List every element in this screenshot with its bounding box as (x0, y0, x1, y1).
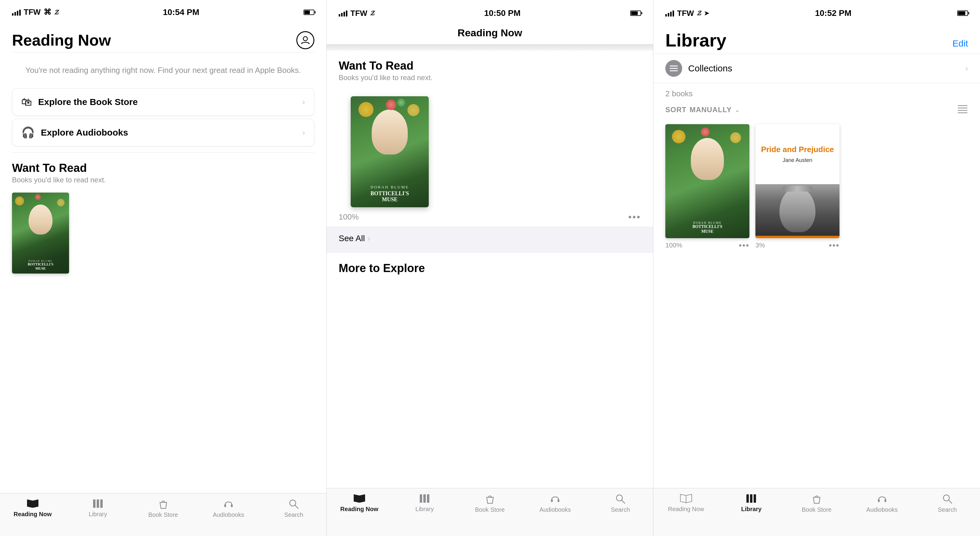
top-scroll-shadow (327, 44, 653, 51)
tab-bookstore-3[interactable]: Book Store (784, 493, 850, 513)
pride-more[interactable]: ••• (829, 241, 840, 250)
more-dots-2[interactable]: ••• (628, 211, 641, 222)
see-all-row[interactable]: See All › (327, 227, 653, 250)
chevron-right-icon-2: › (302, 128, 305, 137)
tab-search-3[interactable]: Search (915, 493, 980, 513)
svg-rect-25 (878, 499, 880, 502)
botticelli-book-large[interactable]: DORAH BLUME BOTTICELLI'SMUSE (351, 96, 429, 207)
want-to-read-section-1: Want To Read Books you'd like to read ne… (0, 153, 326, 187)
tab-label-ab-3: Audiobooks (866, 506, 898, 513)
tab-search-2[interactable]: Search (588, 493, 653, 513)
botticelli-book-1[interactable]: DORAH BLUME BOTTICELLI'SMUSE (12, 193, 69, 274)
battery-icon-1 (304, 10, 314, 15)
section-gap-2 (327, 250, 653, 253)
svg-rect-2 (97, 500, 99, 508)
tab-reading-now-3[interactable]: Reading Now (653, 493, 719, 512)
progress-text-2: 100% (339, 212, 359, 222)
collections-row[interactable]: Collections › (653, 54, 980, 83)
bag-icon-1: 🛍 (21, 96, 32, 108)
tab-bookstore-2[interactable]: Book Store (457, 493, 522, 513)
tab-label-bs-2: Book Store (475, 506, 505, 513)
sort-chevron-icon[interactable]: ⌄ (735, 106, 740, 113)
explore-bookstore-button[interactable]: 🛍 Explore the Book Store › (12, 88, 314, 116)
tab-reading-now-1[interactable]: Reading Now (0, 498, 65, 518)
time-1: 10:54 PM (163, 8, 199, 17)
botticelli-percent: 100% (665, 241, 682, 249)
panel2-content: Want To Read Books you'd like to read ne… (327, 44, 653, 488)
tab-library-3[interactable]: Library (719, 493, 784, 512)
signal-icon-3 (665, 10, 674, 16)
tab-library-2[interactable]: Library (392, 493, 457, 512)
svg-rect-10 (427, 494, 430, 503)
tab-search-1[interactable]: Search (261, 498, 326, 518)
status-bar-right-3 (957, 11, 968, 16)
botticelli-progress-row: 100% ••• (665, 241, 749, 250)
collections-chevron: › (965, 63, 968, 73)
tab-audiobooks-1[interactable]: Audiobooks (196, 498, 261, 518)
profile-icon-1[interactable] (296, 31, 314, 49)
reading-now-title-1: Reading Now (12, 31, 111, 49)
botticelli-title-large: BOTTICELLI'SMUSE (351, 191, 429, 203)
tab-bar-1: Reading Now Library Book Store Audiobo (0, 493, 326, 536)
library-content: Collections › 2 books SORT MANUALLY ⌄ (653, 54, 980, 488)
panel-2: TFW 𝓩 10:50 PM Reading Now Want To Read … (327, 0, 653, 536)
reading-now-title-row: Reading Now (0, 22, 326, 52)
botticelli-more[interactable]: ••• (739, 241, 749, 250)
explore-audiobooks-label: Explore Audiobooks (41, 127, 128, 138)
explore-audiobooks-button[interactable]: 🎧 Explore Audiobooks › (12, 119, 314, 146)
books-grid: DORAH BLUME BOTTICELLI'SMUSE 100% ••• Pr… (653, 121, 980, 256)
library-icon-1 (92, 498, 104, 509)
botticelli-title-grid: BOTTICELLI'SMUSE (665, 224, 749, 234)
search-icon-tab-2 (615, 493, 626, 504)
status-bar-left-2: TFW 𝓩 (339, 9, 374, 18)
tab-reading-now-2[interactable]: Reading Now (327, 493, 392, 512)
tab-label-rn-3: Reading Now (668, 506, 704, 512)
book-open-icon-1 (26, 498, 39, 509)
menu-lines-icon (669, 65, 678, 72)
tab-bookstore-1[interactable]: Book Store (130, 498, 196, 518)
signal-icon-1 (12, 9, 21, 16)
status-bar-right-1 (304, 10, 314, 15)
person-icon-1 (301, 36, 310, 45)
tab-label-library-1: Library (89, 511, 107, 518)
panel-3: TFW 𝓩 ➤ 10:52 PM Library Edit (653, 0, 980, 536)
pride-title-cover: Pride and Prejudice (761, 145, 834, 154)
tab-audiobooks-2[interactable]: Audiobooks (522, 493, 587, 513)
carrier-1: TFW (24, 8, 41, 17)
wifi-symbol-1: 𝓩 (54, 8, 59, 16)
svg-line-14 (622, 500, 625, 503)
list-view-toggle[interactable] (957, 105, 968, 115)
collections-icon (665, 60, 682, 77)
carrier-2: TFW (350, 9, 367, 18)
battery-icon-3 (957, 11, 968, 16)
botticelli-author-grid: DORAH BLUME (665, 221, 749, 224)
book-grid-item-botticelli[interactable]: DORAH BLUME BOTTICELLI'SMUSE 100% ••• (665, 124, 749, 250)
edit-button[interactable]: Edit (952, 30, 968, 49)
more-to-explore-section: More to Explore (327, 253, 653, 284)
book-cover-preview-1: DORAH BLUME BOTTICELLI'SMUSE (0, 187, 326, 274)
wifi-icon-1: ⌘︎ (43, 8, 51, 17)
tab-bar-2: Reading Now Library Book Store Audiobo (327, 488, 653, 536)
time-2: 10:50 PM (484, 8, 520, 18)
tab-label-ab-2: Audiobooks (539, 506, 571, 513)
tab-library-1[interactable]: Library (65, 498, 130, 518)
library-title: Library (665, 30, 726, 51)
sort-left: SORT MANUALLY ⌄ (665, 106, 740, 114)
want-to-read-title-1: Want To Read (12, 162, 314, 174)
headphones-icon-tab-2 (549, 493, 561, 504)
status-bar-right-2 (630, 11, 641, 16)
tab-audiobooks-3[interactable]: Audiobooks (850, 493, 915, 513)
time-3: 10:52 PM (815, 8, 851, 18)
book-grid-item-pride[interactable]: Pride and Prejudice Jane Austen 3% (756, 124, 840, 250)
svg-rect-11 (551, 499, 553, 502)
botticelli-author-1: DORAH BLUME (12, 260, 69, 262)
svg-line-28 (948, 500, 952, 503)
nav-title-2: Reading Now (327, 24, 653, 44)
svg-rect-24 (754, 494, 756, 503)
want-to-read-header-2: Want To Read Books you'd like to read ne… (327, 51, 653, 84)
botticelli-cover-grid: DORAH BLUME BOTTICELLI'SMUSE (665, 124, 749, 238)
search-icon-tab-3 (942, 493, 953, 504)
svg-point-0 (303, 36, 307, 41)
library-header: Library Edit (653, 24, 980, 54)
svg-rect-5 (231, 504, 233, 507)
